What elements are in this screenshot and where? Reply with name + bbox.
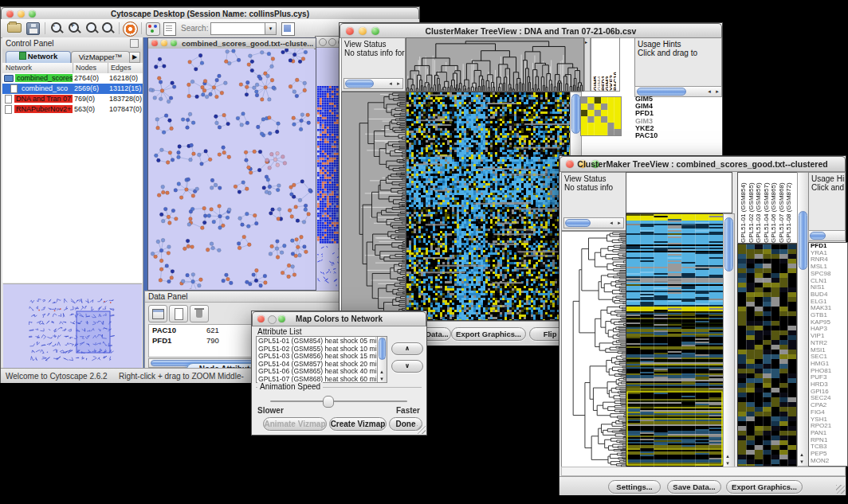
- zoom-fit-icon[interactable]: [85, 21, 100, 34]
- view-status-hscrollbar[interactable]: ◂▸: [344, 78, 403, 89]
- usage-hints-hscrollbar[interactable]: [808, 230, 846, 241]
- treeview-combined-window: ClusterMaker TreeView : combined_scores_…: [559, 155, 846, 495]
- new-attribute-icon[interactable]: [169, 305, 188, 322]
- treeview-button[interactable]: Settings...: [608, 480, 661, 494]
- view-status-text: No status info for: [344, 49, 405, 57]
- column-dendrogram-area[interactable]: [626, 172, 732, 213]
- tab-overflow-arrow[interactable]: ▶: [129, 52, 140, 63]
- column-label: GPL51-03 (GSM856): [755, 174, 763, 243]
- row-dendrogram-canvas[interactable]: [341, 92, 406, 321]
- network-edges-cell: 107847(0): [109, 104, 142, 115]
- search-input[interactable]: [210, 22, 268, 35]
- column-label: PAC10: [612, 40, 616, 91]
- document-icon: [10, 84, 18, 93]
- network-table-row[interactable]: RNAPuberNov2+563(0)107847(0): [2, 104, 143, 115]
- network-view-window: combined_scores_good.txt--cluste...: [147, 37, 316, 291]
- row-id-cell: PAC10: [152, 325, 176, 335]
- desktop: Cytoscape Desktop (Session Name: collins…: [0, 0, 848, 504]
- zoom-in-icon[interactable]: +: [68, 21, 82, 34]
- move-up-button[interactable]: ∧: [391, 342, 423, 355]
- zoom-matrix-canvas[interactable]: [580, 96, 622, 136]
- network-name-label: RNAPuberNov2+: [14, 105, 73, 113]
- table-mode-icon[interactable]: [148, 305, 167, 322]
- dialog-titlebar: Map Colors to Network: [252, 311, 426, 326]
- search-dropdown-arrow[interactable]: ▾: [265, 22, 277, 35]
- view-status-hscrollbar[interactable]: ◂▸: [563, 217, 624, 229]
- resize-grip[interactable]: [417, 425, 426, 434]
- animation-slider[interactable]: [270, 396, 407, 407]
- row-label: PAC10: [635, 132, 683, 139]
- treeview-button[interactable]: Save Data...: [667, 480, 721, 494]
- network-table-row[interactable]: combined_scores2764(0)16218(0): [2, 73, 143, 84]
- column-label: GPL51-01 (GSM854): [740, 174, 748, 243]
- zoom-out-icon[interactable]: -: [50, 21, 65, 34]
- network-table-row[interactable]: DNA and Tran 07769(0)183728(0): [2, 94, 143, 104]
- row-value-cell: 790: [206, 335, 219, 346]
- zoom-selected-icon[interactable]: ▫: [101, 21, 116, 34]
- network-tab-icon: [19, 52, 26, 60]
- zoom-heatmap-canvas[interactable]: [737, 244, 797, 467]
- column-label: GPL51-07 (GSM868): [778, 174, 786, 243]
- column-label: GPL51-08 (GSM872): [785, 174, 793, 243]
- close-button[interactable]: [151, 40, 158, 46]
- treeview-button[interactable]: Export Graphics...: [451, 327, 526, 341]
- float-panel-icon[interactable]: [130, 39, 139, 48]
- treeview-button[interactable]: Export Graphics...: [726, 480, 803, 494]
- zoom-vscrollbar[interactable]: ▴▾: [797, 172, 809, 467]
- faster-label: Faster: [396, 406, 420, 415]
- delete-attribute-icon[interactable]: [190, 305, 209, 322]
- help-lifesaver-icon[interactable]: [123, 21, 138, 37]
- control-panel: Control Panel Network VizMapper™ ▶ Netwo…: [2, 37, 143, 368]
- network-from-table-icon[interactable]: [281, 22, 295, 36]
- tab-vizmapper[interactable]: VizMapper™: [71, 51, 130, 63]
- row-value-cell: 621: [206, 325, 219, 335]
- network-name-label: combined_scores: [15, 74, 73, 82]
- usage-hints-panel: Usage Hints Click and drag to: [634, 37, 722, 87]
- slider-thumb[interactable]: [323, 396, 334, 408]
- treeview-combined-buttonbar: Settings...Save Data...Export Graphics..…: [559, 476, 846, 495]
- mini-splitter[interactable]: ▸: [584, 37, 591, 92]
- close-button[interactable]: [319, 38, 327, 46]
- treeview-combined-titlebar: ClusterMaker TreeView : combined_scores_…: [559, 156, 846, 172]
- attribute-list-vscrollbar[interactable]: ▴▾: [377, 337, 387, 382]
- network-table: combined_scores2764(0)16218(0)combined_s…: [2, 73, 143, 115]
- heatmap-canvas[interactable]: [406, 92, 571, 321]
- control-panel-title: Control Panel: [6, 39, 54, 48]
- minimize-button[interactable]: [161, 40, 167, 46]
- zoom-button[interactable]: [171, 40, 177, 46]
- network-table-header: Network Nodes Edges: [2, 63, 143, 74]
- heatmap-canvas[interactable]: [626, 213, 724, 468]
- main-window-title: Cytoscape Desktop (Session Name: collins…: [2, 10, 418, 18]
- animate-vizmap-button[interactable]: Animate Vizmap: [263, 417, 327, 431]
- document-icon: [5, 105, 12, 114]
- usage-hints-text: Click and drag: [811, 183, 846, 192]
- open-folder-icon[interactable]: [7, 23, 22, 33]
- create-vizmap-button[interactable]: Create Vizmap: [329, 417, 387, 431]
- control-panel-header: Control Panel: [2, 37, 143, 50]
- search-label: Search:: [181, 24, 208, 33]
- status-hint-zoom: Right-click + drag to ZOOM: [119, 372, 215, 381]
- vizmapper-icon[interactable]: [146, 22, 160, 36]
- document-icon: [5, 95, 12, 104]
- network-graph-canvas[interactable]: [148, 49, 314, 289]
- minimize-button[interactable]: [328, 38, 336, 46]
- tab-network[interactable]: Network: [6, 51, 71, 63]
- slower-label: Slower: [257, 406, 284, 415]
- gene-label[interactable]: MON2: [811, 458, 847, 465]
- save-icon[interactable]: [26, 22, 40, 35]
- animation-speed-label: Animation Speed: [257, 382, 323, 391]
- row-dendrogram-canvas[interactable]: [561, 231, 626, 468]
- network-edges-cell: 16218(0): [109, 73, 138, 84]
- usage-hints-text: Click and drag to: [638, 49, 697, 57]
- treeview-dna-titlebar: ClusterMaker TreeView : DNA and Tran 07-…: [340, 23, 722, 38]
- view-status-panel: View Status No status info for ◂▸: [341, 37, 406, 92]
- column-dendrogram-canvas[interactable]: [406, 37, 584, 92]
- move-down-button[interactable]: ∨: [391, 360, 423, 373]
- usage-hints-panel: Usage Hints Click and drag: [808, 172, 846, 231]
- annotation-icon[interactable]: [163, 22, 176, 36]
- network-table-row[interactable]: combined_sco2569(6)13112(15): [2, 84, 143, 94]
- resize-grip[interactable]: [836, 485, 845, 494]
- birdseye-overview-canvas[interactable]: [3, 283, 142, 368]
- network-nodes-cell: 2569(6): [74, 84, 99, 94]
- heatmap-vscrollbar[interactable]: ▴▾: [723, 213, 735, 468]
